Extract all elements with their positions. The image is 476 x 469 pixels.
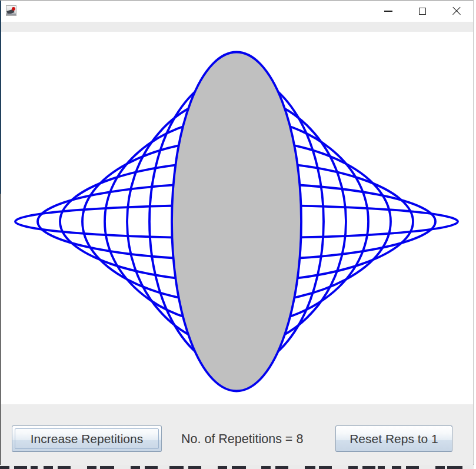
increase-repetitions-button[interactable]: Increase Repetitions <box>12 425 162 452</box>
filled-ellipse <box>172 52 301 391</box>
reset-reps-button[interactable]: Reset Reps to 1 <box>335 425 452 452</box>
maximize-icon <box>419 8 426 15</box>
ellipse-pattern-canvas <box>1 32 473 404</box>
close-icon <box>452 6 461 16</box>
close-button[interactable] <box>440 1 474 22</box>
titlebar[interactable] <box>1 1 473 22</box>
saucer-shape <box>6 14 16 15</box>
minimize-button[interactable] <box>371 1 405 22</box>
repetitions-count-label: No. of Repetitions = 8 <box>181 432 303 447</box>
java-app-icon <box>6 5 16 16</box>
maximize-button[interactable] <box>405 1 440 22</box>
background-window-text-fragments <box>0 465 474 469</box>
window-controls <box>371 1 474 22</box>
screenshot-root: Increase Repetitions No. of Repetitions … <box>0 0 476 469</box>
controls-panel: Increase Repetitions No. of Repetitions … <box>1 404 473 465</box>
red-dot <box>12 7 15 11</box>
desktop-background-right <box>474 0 476 469</box>
content-pane-top-strip <box>1 22 473 32</box>
window-left-border <box>0 1 1 465</box>
minimize-icon <box>384 11 392 11</box>
drawing-panel <box>1 32 473 404</box>
app-window: Increase Repetitions No. of Repetitions … <box>0 0 474 465</box>
